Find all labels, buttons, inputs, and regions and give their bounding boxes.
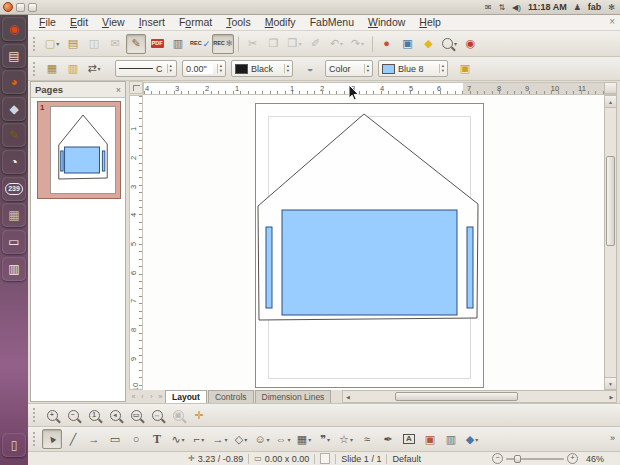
email-button[interactable]: ✉ (105, 34, 125, 54)
fill-type-combo[interactable]: Color ▴▾ (325, 60, 373, 77)
page-thumbnail[interactable]: 1 (37, 101, 121, 199)
insert-chart-tool[interactable]: ▥ (441, 429, 461, 449)
scroll-right-icon[interactable]: ▶ (607, 391, 616, 402)
mail-indicator-icon[interactable]: ✉ (485, 3, 492, 12)
toolbar-grip[interactable] (33, 408, 37, 422)
object-size-value[interactable]: 0.00 x 0.00 (265, 454, 310, 464)
tab-layout[interactable]: Layout (165, 390, 207, 403)
shadow-button[interactable]: ▣ (455, 59, 475, 79)
pan-button[interactable]: ✛ (189, 405, 209, 425)
horizontal-scrollbar-thumb[interactable] (395, 392, 518, 401)
edit-mode-button[interactable]: ✎ (126, 34, 146, 54)
spinner-icon[interactable]: ▴▾ (284, 64, 289, 74)
launcher-item-libreoffice-draw[interactable]: ✎ (2, 123, 26, 147)
zoom-previous-button[interactable]: ◂ (105, 405, 125, 425)
tab-nav-prev[interactable]: ‹ (138, 390, 147, 403)
scrollbar-top-button[interactable] (604, 82, 617, 94)
launcher-item-photos[interactable]: ▦ (2, 203, 26, 227)
toolbar-grip[interactable] (33, 432, 37, 446)
menu-file[interactable]: File (32, 16, 63, 28)
line-style-combo[interactable]: C ▴▾ (115, 60, 177, 77)
vertical-scrollbar-thumb[interactable] (606, 156, 615, 246)
menu-tools[interactable]: Tools (219, 16, 258, 28)
launcher-item-clock-app[interactable]: ◔ (2, 150, 26, 174)
volume-indicator-icon[interactable]: ◀) (512, 3, 521, 12)
undo-button[interactable]: ↶ ▾ (327, 34, 347, 54)
copy-button[interactable]: ❐ (264, 34, 284, 54)
pages-panel-close-icon[interactable]: × (116, 85, 121, 95)
zoom-in-button[interactable]: + (42, 405, 62, 425)
curve-tool[interactable]: ∿ ▾ (168, 429, 188, 449)
zoom-slider-thumb[interactable] (514, 455, 521, 463)
right-bar-shape[interactable] (467, 227, 473, 308)
network-indicator-icon[interactable]: ⇅ (498, 3, 505, 12)
menu-window[interactable]: Window (361, 16, 412, 28)
extrusion-tool[interactable]: ◆ ▾ (462, 429, 482, 449)
launcher-item-counter-239[interactable]: 239 (2, 177, 26, 201)
launcher-item-inkscape[interactable]: ◆ (2, 97, 26, 121)
zoom-entire-page-button[interactable]: ▭ (126, 405, 146, 425)
zoom-100-button[interactable]: 1 (84, 405, 104, 425)
rectangle-tool[interactable]: ▭ (105, 429, 125, 449)
zoom-slider[interactable]: − + (492, 453, 578, 464)
toolbar-grip[interactable] (33, 62, 37, 76)
window-close-button[interactable] (3, 2, 13, 12)
left-bar-shape[interactable] (266, 227, 272, 308)
export-pdf-button[interactable]: PDF (147, 34, 167, 54)
zoom-slider-track[interactable] (506, 458, 564, 460)
fill-color-combo[interactable]: Blue 8 ▴▾ (378, 60, 448, 77)
clone-formatting-button[interactable]: ✐ (306, 34, 326, 54)
menu-modify[interactable]: Modify (258, 16, 303, 28)
menu-fabmenu[interactable]: FabMenu (303, 16, 361, 28)
fontwork-tool[interactable]: A (399, 429, 419, 449)
line-tool[interactable]: ╱ (63, 429, 83, 449)
paste-button[interactable]: ❒ ▾ (285, 34, 305, 54)
spinner-icon[interactable]: ▴▾ (217, 64, 222, 74)
ruler-origin-box[interactable] (129, 81, 143, 94)
area-style-button[interactable]: ◒ (300, 59, 320, 79)
launcher-item-screen-share[interactable]: ▭ (2, 230, 26, 254)
symbol-shapes-tool[interactable]: ☺ ▾ (252, 429, 272, 449)
slide-indicator[interactable]: Slide 1 / 1 (341, 454, 381, 464)
helplines-button[interactable]: ▥ (63, 59, 83, 79)
block-arrows-tool[interactable]: ⇔ ▾ (273, 429, 293, 449)
launcher-item-firefox[interactable]: ◕ (2, 70, 26, 94)
gallery-button[interactable]: ● (377, 34, 397, 54)
scroll-left-icon[interactable]: ◀ (343, 391, 352, 402)
scroll-down-icon[interactable]: ▼ (605, 377, 616, 389)
lines-arrows-tool[interactable]: → ▾ (210, 429, 230, 449)
window-maximize-button[interactable] (28, 3, 37, 12)
clock[interactable]: 11:18 AM (528, 2, 567, 12)
tab-nav-last[interactable]: » (156, 390, 165, 403)
user-menu[interactable]: fab (588, 2, 602, 12)
menu-edit[interactable]: Edit (63, 16, 95, 28)
record-macro-button[interactable]: REC (189, 34, 211, 54)
menu-format[interactable]: Format (172, 16, 219, 28)
spinner-icon[interactable]: ▴▾ (167, 64, 172, 74)
launcher-item-dash[interactable]: ◉ (2, 17, 26, 41)
launcher-item-software-center[interactable]: ▥ (2, 257, 26, 281)
tab-nav-first[interactable]: « (129, 390, 138, 403)
menu-insert[interactable]: Insert (132, 16, 172, 28)
session-gear-icon[interactable]: ✻ (608, 3, 615, 12)
launcher-item-trash[interactable]: ▯ (2, 433, 26, 457)
toolbar-grip[interactable] (33, 37, 37, 51)
zoom-object-button[interactable]: ▣ (168, 405, 188, 425)
arrow-style-button[interactable]: ⇄ ▾ (84, 59, 104, 79)
select-tool[interactable]: ▲ (42, 429, 62, 449)
vertical-ruler[interactable]: 12345678910 (129, 95, 143, 390)
print-button[interactable]: ▥ (168, 34, 188, 54)
cursor-position-value[interactable]: 3.23 / -0.89 (198, 454, 244, 464)
menu-help[interactable]: Help (412, 16, 448, 28)
tab-controls[interactable]: Controls (208, 390, 254, 403)
window-minimize-button[interactable] (16, 3, 25, 12)
document-close-button[interactable]: × (609, 16, 615, 27)
points-tool[interactable]: ≈ (357, 429, 377, 449)
basic-shapes-tool[interactable]: ◇ ▾ (231, 429, 251, 449)
horizontal-ruler[interactable]: 4321123456789101112 (143, 82, 617, 95)
zoom-page-width-button[interactable]: ↔ (147, 405, 167, 425)
save-button[interactable]: ◫ (84, 34, 104, 54)
connector-tool[interactable]: ⌐ ▾ (189, 429, 209, 449)
callouts-tool[interactable]: ❞ ▾ (315, 429, 335, 449)
flowchart-tool[interactable]: ▦ ▾ (294, 429, 314, 449)
